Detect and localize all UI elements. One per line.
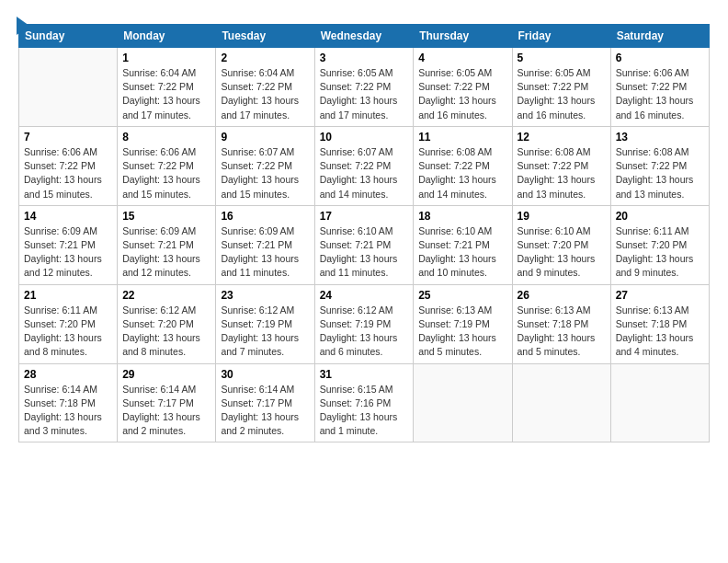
calendar-cell: [512, 363, 610, 442]
day-info: Sunrise: 6:04 AM Sunset: 7:22 PM Dayligh…: [122, 66, 210, 122]
day-info: Sunrise: 6:09 AM Sunset: 7:21 PM Dayligh…: [221, 224, 309, 281]
calendar-cell: 5Sunrise: 6:05 AM Sunset: 7:22 PM Daylig…: [512, 48, 610, 127]
day-number: 2: [221, 52, 309, 64]
calendar-cell: 14Sunrise: 6:09 AM Sunset: 7:21 PM Dayli…: [19, 205, 118, 284]
day-info: Sunrise: 6:11 AM Sunset: 7:20 PM Dayligh…: [616, 224, 704, 281]
day-info: Sunrise: 6:13 AM Sunset: 7:18 PM Dayligh…: [616, 304, 704, 360]
day-number: 12: [518, 131, 606, 144]
day-number: 9: [221, 131, 309, 144]
day-number: 5: [518, 52, 606, 64]
day-info: Sunrise: 6:09 AM Sunset: 7:21 PM Dayligh…: [122, 224, 210, 281]
day-info: Sunrise: 6:14 AM Sunset: 7:17 PM Dayligh…: [122, 383, 210, 439]
day-info: Sunrise: 6:10 AM Sunset: 7:21 PM Dayligh…: [418, 224, 506, 281]
page-header: [18, 15, 710, 17]
day-info: Sunrise: 6:15 AM Sunset: 7:16 PM Dayligh…: [320, 383, 409, 439]
day-info: Sunrise: 6:12 AM Sunset: 7:19 PM Dayligh…: [221, 304, 309, 360]
day-info: Sunrise: 6:10 AM Sunset: 7:21 PM Dayligh…: [320, 224, 409, 281]
header-sunday: Sunday: [19, 25, 118, 48]
day-info: Sunrise: 6:05 AM Sunset: 7:22 PM Dayligh…: [518, 66, 606, 122]
day-info: Sunrise: 6:12 AM Sunset: 7:20 PM Dayligh…: [122, 304, 210, 360]
calendar-cell: 11Sunrise: 6:08 AM Sunset: 7:22 PM Dayli…: [414, 126, 512, 205]
header-monday: Monday: [118, 25, 216, 48]
day-info: Sunrise: 6:08 AM Sunset: 7:22 PM Dayligh…: [518, 145, 606, 201]
calendar-cell: 10Sunrise: 6:07 AM Sunset: 7:22 PM Dayli…: [314, 126, 414, 205]
day-number: 19: [518, 210, 606, 223]
day-number: 30: [221, 368, 309, 381]
day-number: 20: [616, 210, 704, 223]
calendar-cell: 1Sunrise: 6:04 AM Sunset: 7:22 PM Daylig…: [118, 48, 216, 127]
logo-arrow-icon: [17, 17, 29, 35]
calendar-cell: 29Sunrise: 6:14 AM Sunset: 7:17 PM Dayli…: [118, 363, 216, 442]
header-tuesday: Tuesday: [216, 25, 314, 48]
day-number: 26: [518, 289, 606, 302]
calendar-cell: 31Sunrise: 6:15 AM Sunset: 7:16 PM Dayli…: [314, 363, 414, 442]
day-number: 6: [616, 52, 704, 64]
day-number: 25: [418, 289, 506, 302]
day-number: 24: [320, 289, 409, 302]
calendar-cell: 4Sunrise: 6:05 AM Sunset: 7:22 PM Daylig…: [414, 48, 512, 127]
day-info: Sunrise: 6:12 AM Sunset: 7:19 PM Dayligh…: [320, 304, 409, 360]
day-info: Sunrise: 6:13 AM Sunset: 7:18 PM Dayligh…: [518, 304, 606, 360]
calendar-cell: 13Sunrise: 6:08 AM Sunset: 7:22 PM Dayli…: [610, 126, 709, 205]
day-info: Sunrise: 6:07 AM Sunset: 7:22 PM Dayligh…: [221, 145, 309, 201]
day-number: 8: [122, 131, 210, 144]
header-wednesday: Wednesday: [314, 25, 414, 48]
calendar-cell: 8Sunrise: 6:06 AM Sunset: 7:22 PM Daylig…: [118, 126, 216, 205]
day-number: 4: [418, 52, 506, 64]
calendar-cell: [610, 363, 709, 442]
day-info: Sunrise: 6:09 AM Sunset: 7:21 PM Dayligh…: [24, 224, 112, 281]
calendar-cell: 19Sunrise: 6:10 AM Sunset: 7:20 PM Dayli…: [512, 205, 610, 284]
day-number: 28: [24, 368, 112, 381]
day-info: Sunrise: 6:08 AM Sunset: 7:22 PM Dayligh…: [418, 145, 506, 201]
day-number: 31: [320, 368, 409, 381]
calendar-cell: 12Sunrise: 6:08 AM Sunset: 7:22 PM Dayli…: [512, 126, 610, 205]
day-number: 16: [221, 210, 309, 223]
calendar-cell: 25Sunrise: 6:13 AM Sunset: 7:19 PM Dayli…: [414, 284, 512, 363]
calendar-cell: [414, 363, 512, 442]
calendar-table: SundayMondayTuesdayWednesdayThursdayFrid…: [18, 24, 710, 442]
calendar-cell: 9Sunrise: 6:07 AM Sunset: 7:22 PM Daylig…: [216, 126, 314, 205]
day-number: 18: [418, 210, 506, 223]
day-info: Sunrise: 6:13 AM Sunset: 7:19 PM Dayligh…: [418, 304, 506, 360]
day-number: 7: [24, 131, 112, 144]
calendar-week-row: 1Sunrise: 6:04 AM Sunset: 7:22 PM Daylig…: [19, 48, 710, 127]
day-number: 13: [616, 131, 704, 144]
header-thursday: Thursday: [414, 25, 512, 48]
svg-marker-0: [17, 17, 29, 35]
day-number: 17: [320, 210, 409, 223]
calendar-cell: 17Sunrise: 6:10 AM Sunset: 7:21 PM Dayli…: [314, 205, 414, 284]
day-number: 1: [122, 52, 210, 64]
calendar-cell: 22Sunrise: 6:12 AM Sunset: 7:20 PM Dayli…: [118, 284, 216, 363]
calendar-cell: 20Sunrise: 6:11 AM Sunset: 7:20 PM Dayli…: [610, 205, 709, 284]
calendar-cell: 2Sunrise: 6:04 AM Sunset: 7:22 PM Daylig…: [216, 48, 314, 127]
calendar-week-row: 7Sunrise: 6:06 AM Sunset: 7:22 PM Daylig…: [19, 126, 710, 205]
day-info: Sunrise: 6:06 AM Sunset: 7:22 PM Dayligh…: [24, 145, 112, 201]
day-number: 29: [122, 368, 210, 381]
calendar-cell: 18Sunrise: 6:10 AM Sunset: 7:21 PM Dayli…: [414, 205, 512, 284]
day-info: Sunrise: 6:04 AM Sunset: 7:22 PM Dayligh…: [221, 66, 309, 122]
day-info: Sunrise: 6:14 AM Sunset: 7:18 PM Dayligh…: [24, 383, 112, 439]
day-info: Sunrise: 6:06 AM Sunset: 7:22 PM Dayligh…: [122, 145, 210, 201]
day-number: 23: [221, 289, 309, 302]
calendar-cell: 28Sunrise: 6:14 AM Sunset: 7:18 PM Dayli…: [19, 363, 118, 442]
calendar-week-row: 21Sunrise: 6:11 AM Sunset: 7:20 PM Dayli…: [19, 284, 710, 363]
day-info: Sunrise: 6:07 AM Sunset: 7:22 PM Dayligh…: [320, 145, 409, 201]
day-info: Sunrise: 6:10 AM Sunset: 7:20 PM Dayligh…: [518, 224, 606, 281]
day-info: Sunrise: 6:08 AM Sunset: 7:22 PM Dayligh…: [616, 145, 704, 201]
calendar-cell: 23Sunrise: 6:12 AM Sunset: 7:19 PM Dayli…: [216, 284, 314, 363]
day-number: 27: [616, 289, 704, 302]
day-info: Sunrise: 6:05 AM Sunset: 7:22 PM Dayligh…: [320, 66, 409, 122]
calendar-cell: 16Sunrise: 6:09 AM Sunset: 7:21 PM Dayli…: [216, 205, 314, 284]
day-info: Sunrise: 6:06 AM Sunset: 7:22 PM Dayligh…: [616, 66, 704, 122]
day-number: 11: [418, 131, 506, 144]
header-saturday: Saturday: [610, 25, 709, 48]
calendar-week-row: 28Sunrise: 6:14 AM Sunset: 7:18 PM Dayli…: [19, 363, 710, 442]
day-number: 14: [24, 210, 112, 223]
calendar-cell: 6Sunrise: 6:06 AM Sunset: 7:22 PM Daylig…: [610, 48, 709, 127]
day-number: 15: [122, 210, 210, 223]
calendar-cell: 26Sunrise: 6:13 AM Sunset: 7:18 PM Dayli…: [512, 284, 610, 363]
day-number: 3: [320, 52, 409, 64]
calendar-cell: 7Sunrise: 6:06 AM Sunset: 7:22 PM Daylig…: [19, 126, 118, 205]
day-info: Sunrise: 6:14 AM Sunset: 7:17 PM Dayligh…: [221, 383, 309, 439]
calendar-cell: 21Sunrise: 6:11 AM Sunset: 7:20 PM Dayli…: [19, 284, 118, 363]
